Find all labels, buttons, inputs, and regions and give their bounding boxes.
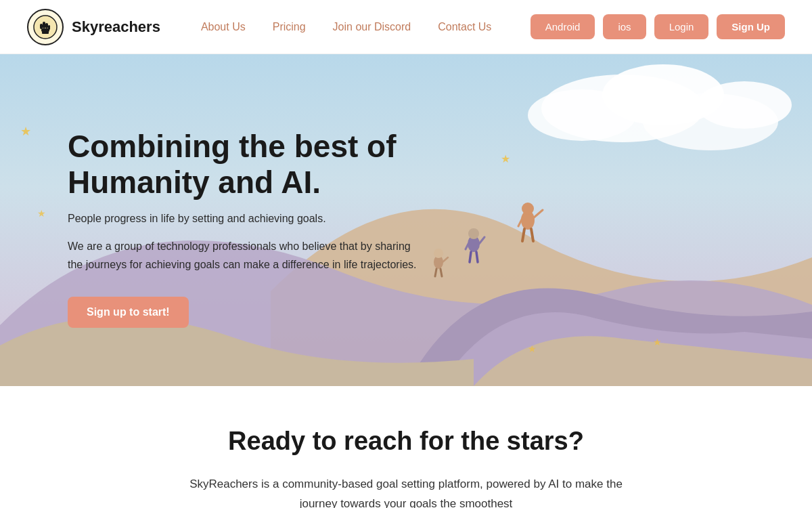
nav-link-discord[interactable]: Join our Discord — [333, 21, 411, 33]
nav-actions: Android ios Login Sign Up — [531, 14, 785, 39]
svg-text:★: ★ — [501, 153, 510, 165]
svg-text:★: ★ — [20, 125, 31, 138]
svg-rect-6 — [42, 31, 49, 34]
ios-button[interactable]: ios — [603, 14, 646, 39]
android-button[interactable]: Android — [531, 14, 595, 39]
signup-button[interactable]: Sign Up — [717, 14, 785, 39]
section-title: Ready to reach for the stars? — [27, 427, 785, 456]
nav-link-pricing[interactable]: Pricing — [273, 21, 306, 33]
navbar: Skyreachers About Us Pricing Join our Di… — [0, 0, 812, 54]
svg-point-12 — [697, 81, 792, 129]
hero-section: ★ ★ ★ ★ ★ — [0, 54, 812, 386]
svg-text:★: ★ — [37, 208, 46, 219]
hero-title: Combining the best of Humanity and AI. — [68, 129, 474, 200]
hero-subtitle: People progress in life by setting and a… — [68, 213, 474, 225]
hero-description: We are a group of technology professiona… — [68, 237, 420, 274]
svg-point-19 — [522, 203, 534, 215]
logo-icon — [27, 9, 64, 45]
svg-rect-3 — [40, 24, 43, 29]
nav-link-contact[interactable]: Contact Us — [438, 21, 491, 33]
hero-content: Combining the best of Humanity and AI. P… — [68, 129, 474, 328]
svg-line-27 — [476, 252, 478, 262]
svg-rect-1 — [43, 22, 45, 28]
logo-link[interactable]: Skyreachers — [27, 9, 160, 45]
nav-link-about[interactable]: About Us — [201, 21, 246, 33]
login-button[interactable]: Login — [654, 14, 709, 39]
nav-links: About Us Pricing Join our Discord Contac… — [201, 21, 531, 33]
hero-cta-button[interactable]: Sign up to start! — [68, 297, 189, 328]
brand-name: Skyreachers — [72, 18, 160, 36]
svg-text:★: ★ — [528, 343, 537, 354]
svg-point-10 — [528, 89, 636, 141]
svg-rect-5 — [48, 25, 50, 30]
section-description: SkyReachers is a community-based goal se… — [183, 475, 629, 508]
svg-rect-2 — [45, 23, 48, 28]
svg-text:★: ★ — [653, 337, 662, 347]
stars-section: Ready to reach for the stars? SkyReacher… — [0, 386, 812, 508]
